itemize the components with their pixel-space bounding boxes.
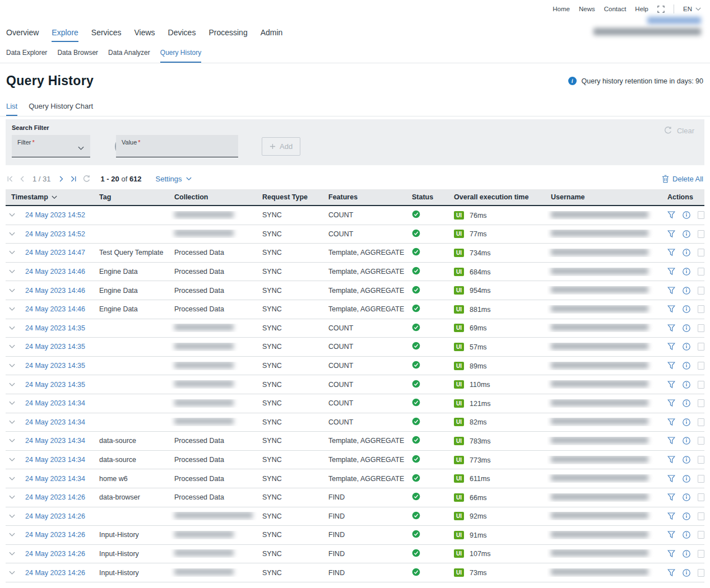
filter-action-icon[interactable] [667, 493, 675, 501]
row-checkbox[interactable] [698, 550, 704, 558]
filter-action-icon[interactable] [667, 249, 675, 256]
row-expand-icon[interactable] [9, 438, 15, 443]
filter-action-icon[interactable] [667, 381, 675, 389]
next-page-button[interactable] [58, 175, 65, 183]
prev-page-button[interactable] [18, 175, 26, 183]
row-expand-icon[interactable] [9, 288, 15, 293]
row-timestamp[interactable]: 24 May 2023 14:26 [21, 493, 95, 501]
last-page-button[interactable] [70, 175, 77, 183]
nav-item-devices[interactable]: Devices [168, 28, 196, 42]
row-checkbox[interactable] [698, 211, 704, 219]
info-action-icon[interactable] [683, 493, 690, 501]
row-checkbox[interactable] [698, 418, 704, 426]
tab-list[interactable]: List [6, 102, 17, 116]
subnav-item-data-explorer[interactable]: Data Explorer [6, 49, 47, 63]
row-timestamp[interactable]: 24 May 2023 14:34 [21, 456, 95, 464]
topbar-link-contact[interactable]: Contact [604, 6, 627, 12]
info-action-icon[interactable] [683, 569, 690, 577]
info-action-icon[interactable] [683, 550, 690, 558]
row-expand-icon[interactable] [9, 269, 15, 274]
row-checkbox[interactable] [698, 531, 704, 539]
filter-action-icon[interactable] [667, 268, 675, 276]
row-checkbox[interactable] [698, 343, 704, 351]
nav-item-views[interactable]: Views [134, 28, 155, 42]
info-action-icon[interactable] [683, 230, 690, 238]
row-expand-icon[interactable] [9, 307, 15, 311]
info-action-icon[interactable] [683, 381, 690, 389]
row-timestamp[interactable]: 24 May 2023 14:35 [21, 343, 95, 351]
filter-action-icon[interactable] [667, 512, 675, 520]
filter-action-icon[interactable] [667, 324, 675, 332]
filter-action-icon[interactable] [667, 305, 675, 313]
col-timestamp[interactable]: Timestamp [6, 193, 95, 201]
row-expand-icon[interactable] [9, 458, 15, 462]
row-checkbox[interactable] [698, 249, 704, 256]
row-expand-icon[interactable] [9, 232, 15, 236]
nav-item-explore[interactable]: Explore [52, 28, 78, 42]
info-action-icon[interactable] [683, 531, 690, 539]
nav-item-overview[interactable]: Overview [6, 28, 39, 42]
row-timestamp[interactable]: 24 May 2023 14:52 [21, 211, 95, 219]
row-timestamp[interactable]: 24 May 2023 14:52 [21, 230, 95, 238]
row-checkbox[interactable] [698, 268, 704, 276]
info-action-icon[interactable] [683, 399, 690, 407]
info-action-icon[interactable] [683, 362, 690, 370]
row-timestamp[interactable]: 24 May 2023 14:46 [21, 268, 95, 276]
subnav-item-data-analyzer[interactable]: Data Analyzer [108, 49, 150, 63]
row-expand-icon[interactable] [9, 533, 15, 537]
row-checkbox[interactable] [698, 475, 704, 483]
row-timestamp[interactable]: 24 May 2023 14:34 [21, 475, 95, 483]
filter-action-icon[interactable] [667, 343, 675, 351]
row-checkbox[interactable] [698, 287, 704, 295]
row-checkbox[interactable] [698, 493, 704, 501]
row-timestamp[interactable]: 24 May 2023 14:35 [21, 362, 95, 370]
row-timestamp[interactable]: 24 May 2023 14:34 [21, 418, 95, 426]
row-timestamp[interactable]: 24 May 2023 14:26 [21, 531, 95, 539]
row-checkbox[interactable] [698, 362, 704, 370]
row-checkbox[interactable] [698, 512, 704, 520]
language-selector[interactable]: EN [683, 6, 701, 12]
info-action-icon[interactable] [683, 512, 690, 520]
topbar-link-news[interactable]: News [579, 6, 595, 12]
filter-action-icon[interactable] [667, 362, 675, 370]
filter-select[interactable]: Filter* [12, 135, 90, 157]
row-checkbox[interactable] [698, 569, 704, 577]
row-expand-icon[interactable] [9, 401, 15, 405]
row-expand-icon[interactable] [9, 382, 15, 387]
info-action-icon[interactable] [683, 249, 690, 256]
row-timestamp[interactable]: 24 May 2023 14:35 [21, 324, 95, 332]
settings-button[interactable]: Settings [156, 175, 192, 183]
filter-action-icon[interactable] [667, 287, 675, 295]
filter-action-icon[interactable] [667, 418, 675, 426]
row-checkbox[interactable] [698, 230, 704, 238]
info-action-icon[interactable] [683, 305, 690, 313]
info-action-icon[interactable] [683, 287, 690, 295]
first-page-button[interactable] [6, 175, 13, 183]
row-timestamp[interactable]: 24 May 2023 14:46 [21, 305, 95, 313]
row-expand-icon[interactable] [9, 552, 15, 556]
filter-action-icon[interactable] [667, 437, 675, 445]
row-timestamp[interactable]: 24 May 2023 14:26 [21, 569, 95, 577]
info-action-icon[interactable] [683, 456, 690, 464]
filter-action-icon[interactable] [667, 211, 675, 219]
row-timestamp[interactable]: 24 May 2023 14:35 [21, 381, 95, 389]
topbar-link-help[interactable]: Help [635, 6, 648, 12]
row-timestamp[interactable]: 24 May 2023 14:26 [21, 512, 95, 520]
nav-item-admin[interactable]: Admin [261, 28, 283, 42]
redacted-tenant-link[interactable] [647, 17, 701, 24]
row-expand-icon[interactable] [9, 363, 15, 368]
row-timestamp[interactable]: 24 May 2023 14:34 [21, 399, 95, 407]
row-timestamp[interactable]: 24 May 2023 14:34 [21, 437, 95, 445]
row-expand-icon[interactable] [9, 250, 15, 255]
row-checkbox[interactable] [698, 381, 704, 389]
info-action-icon[interactable] [683, 268, 690, 276]
subnav-item-query-history[interactable]: Query History [160, 49, 201, 63]
fullscreen-icon[interactable] [657, 6, 665, 13]
clear-filter-button[interactable]: Clear [663, 126, 694, 135]
refresh-list-button[interactable] [82, 175, 91, 183]
tab-query-history-chart[interactable]: Query History Chart [29, 102, 93, 116]
info-action-icon[interactable] [683, 437, 690, 445]
row-expand-icon[interactable] [9, 477, 15, 481]
row-checkbox[interactable] [698, 437, 704, 445]
row-expand-icon[interactable] [9, 495, 15, 500]
